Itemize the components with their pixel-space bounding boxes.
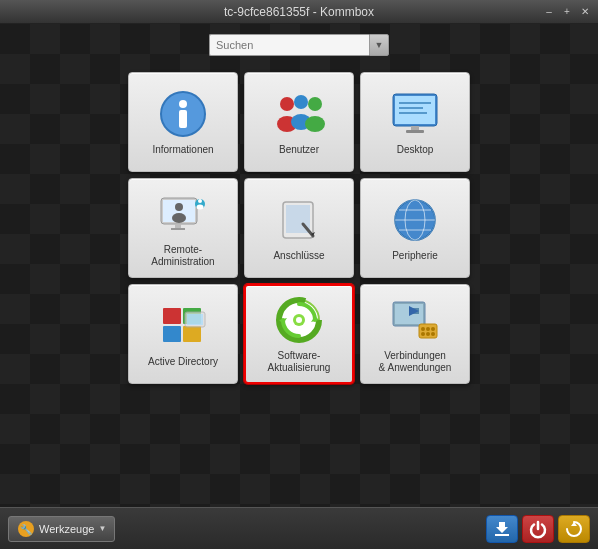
svg-rect-13 <box>399 112 427 114</box>
svg-point-19 <box>172 213 186 223</box>
titlebar: tc-9cfce861355f - Kommbox – + ✕ <box>0 0 598 24</box>
svg-rect-10 <box>395 96 435 124</box>
window-controls[interactable]: – + ✕ <box>542 5 592 19</box>
werkzeuge-icon: 🔧 <box>17 520 35 538</box>
verbindungen-icon <box>389 294 441 346</box>
grid-item-anschluesse[interactable]: Anschlüsse <box>244 178 354 278</box>
svg-rect-38 <box>183 326 201 342</box>
svg-rect-20 <box>175 224 181 228</box>
remote-administration-icon <box>157 188 209 240</box>
svg-point-1 <box>179 100 187 108</box>
bottom-toolbar: 🔧 Werkzeuge ▼ <box>0 507 598 549</box>
werkzeuge-button[interactable]: 🔧 Werkzeuge ▼ <box>8 516 115 542</box>
svg-point-5 <box>294 95 308 109</box>
grid-item-informationen[interactable]: Informationen <box>128 72 238 172</box>
svg-point-56 <box>421 332 425 336</box>
svg-rect-37 <box>163 326 181 342</box>
svg-rect-2 <box>179 110 187 128</box>
svg-text:🔧: 🔧 <box>20 523 33 536</box>
svg-rect-11 <box>399 102 431 104</box>
desktop-label: Desktop <box>393 144 438 156</box>
desktop-icon <box>389 88 441 140</box>
svg-point-3 <box>280 97 294 111</box>
software-aktualisierung-label: Software- Aktualisierung <box>264 350 335 374</box>
svg-rect-40 <box>187 314 203 325</box>
svg-marker-61 <box>496 522 508 533</box>
informationen-icon <box>157 88 209 140</box>
remote-administration-label: Remote- Administration <box>147 244 218 268</box>
toolbar-right <box>486 515 590 543</box>
maximize-button[interactable]: + <box>560 5 574 19</box>
svg-point-23 <box>198 199 202 203</box>
download-button[interactable] <box>486 515 518 543</box>
svg-point-54 <box>426 327 430 331</box>
power-button[interactable] <box>522 515 554 543</box>
werkzeuge-dropdown-arrow: ▼ <box>98 524 106 533</box>
window-title: tc-9cfce861355f - Kommbox <box>224 5 374 19</box>
grid-item-benutzer[interactable]: Benutzer <box>244 72 354 172</box>
svg-rect-15 <box>406 130 424 133</box>
svg-point-58 <box>431 332 435 336</box>
svg-point-53 <box>421 327 425 331</box>
grid-item-peripherie[interactable]: Peripherie <box>360 178 470 278</box>
minimize-button[interactable]: – <box>542 5 556 19</box>
refresh-icon <box>564 519 584 539</box>
grid-item-verbindungen[interactable]: Verbindungen & Anwendungen <box>360 284 470 384</box>
verbindungen-label: Verbindungen & Anwendungen <box>375 350 456 374</box>
svg-point-24 <box>197 205 204 210</box>
close-button[interactable]: ✕ <box>578 5 592 19</box>
search-dropdown-button[interactable]: ▼ <box>369 34 389 56</box>
grid-item-active-directory[interactable]: Active Directory <box>128 284 238 384</box>
svg-rect-35 <box>163 308 181 324</box>
werkzeuge-label: Werkzeuge <box>39 523 94 535</box>
grid-item-desktop[interactable]: Desktop <box>360 72 470 172</box>
peripherie-icon <box>389 194 441 246</box>
svg-point-57 <box>426 332 430 336</box>
anschluesse-icon <box>273 194 325 246</box>
svg-rect-62 <box>495 534 509 536</box>
active-directory-icon <box>157 300 209 352</box>
svg-point-18 <box>175 203 183 211</box>
power-icon <box>528 519 548 539</box>
anschluesse-label: Anschlüsse <box>269 250 328 262</box>
download-icon <box>492 519 512 539</box>
svg-point-47 <box>296 317 302 323</box>
informationen-label: Informationen <box>148 144 217 156</box>
peripherie-label: Peripherie <box>388 250 442 262</box>
active-directory-label: Active Directory <box>144 356 222 368</box>
software-aktualisierung-icon <box>273 294 325 346</box>
benutzer-label: Benutzer <box>275 144 323 156</box>
search-input[interactable] <box>209 34 369 56</box>
main-area: ▼ Informationen <box>0 24 598 549</box>
svg-point-55 <box>431 327 435 331</box>
grid-item-software-aktualisierung[interactable]: Software- Aktualisierung <box>244 284 354 384</box>
toolbar-left: 🔧 Werkzeuge ▼ <box>8 516 115 542</box>
svg-rect-21 <box>171 228 185 230</box>
app-grid: Informationen Benutzer <box>128 72 470 384</box>
benutzer-icon <box>273 88 325 140</box>
svg-rect-12 <box>399 107 423 109</box>
svg-point-7 <box>308 97 322 111</box>
grid-item-remote-administration[interactable]: Remote- Administration <box>128 178 238 278</box>
refresh-button[interactable] <box>558 515 590 543</box>
search-bar: ▼ <box>209 34 389 56</box>
svg-point-8 <box>305 116 325 132</box>
